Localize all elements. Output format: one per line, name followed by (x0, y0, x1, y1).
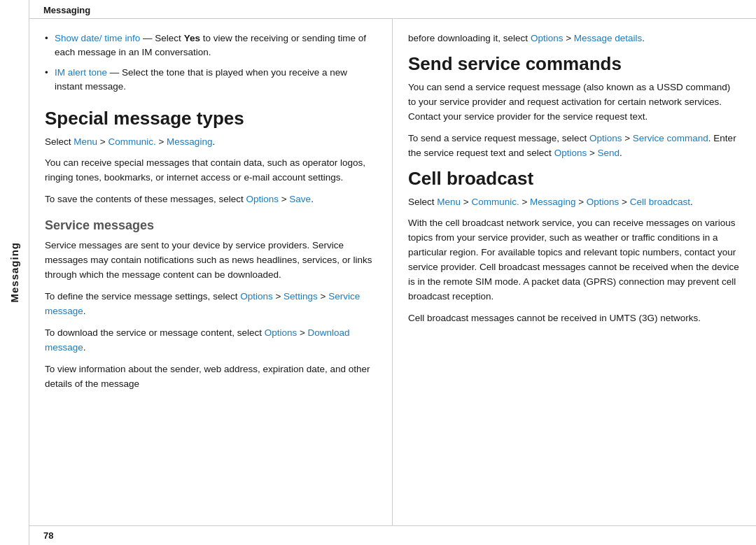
message-details-link[interactable]: Message details (574, 33, 643, 43)
cell-broadcast-nav: Select Menu > Communic. > Messaging > Op… (408, 195, 741, 209)
sidebar: Messaging (0, 0, 29, 545)
service-messages-para2: To define the service message settings, … (45, 290, 377, 319)
list-item: Show date/ time info — Select Yes to vie… (45, 31, 377, 60)
options-link1[interactable]: Options (246, 194, 279, 204)
service-messages-para4: To view information about the sender, we… (45, 362, 377, 392)
menu-link2[interactable]: Menu (437, 197, 461, 207)
options-link3[interactable]: Options (265, 327, 298, 338)
sidebar-label: Messaging (8, 242, 20, 303)
header-bar: Messaging (29, 0, 756, 19)
special-message-nav: Select Menu > Communic. > Messaging. (45, 135, 377, 149)
main-content: Messaging Show date/ time info — Select … (29, 0, 756, 545)
nav-end: . (212, 136, 215, 147)
page-container: Messaging Messaging Show date/ time info… (0, 0, 756, 545)
options-link4[interactable]: Options (531, 33, 564, 43)
communic-link2[interactable]: Communic. (471, 197, 519, 207)
header-title: Messaging (43, 5, 90, 15)
nav-sep2: > (156, 136, 167, 147)
continuation-para: before downloading it, select Options > … (408, 31, 741, 46)
save-link[interactable]: Save (289, 194, 311, 204)
nav-sep1: > (97, 136, 108, 147)
right-column: before downloading it, select Options > … (393, 19, 756, 525)
send-service-para1: You can send a service request message (… (408, 80, 741, 125)
send-service-para2: To send a service request message, selec… (408, 132, 741, 161)
messaging-link1[interactable]: Messaging (167, 136, 212, 147)
options-link7[interactable]: Options (587, 197, 620, 207)
options-link6[interactable]: Options (554, 148, 587, 158)
list-item: IM alert tone — Select the tone that is … (45, 66, 377, 94)
service-messages-heading: Service messages (45, 218, 377, 233)
page-number: 78 (43, 530, 53, 541)
menu-link1[interactable]: Menu (74, 136, 97, 147)
page-footer: 78 (29, 525, 756, 545)
cell-broadcast-heading: Cell broadcast (408, 168, 741, 190)
show-date-time-link[interactable]: Show date/ time info (55, 33, 140, 43)
settings-link[interactable]: Settings (284, 291, 318, 302)
left-column: Show date/ time info — Select Yes to vie… (29, 19, 393, 525)
service-messages-para1: Service messages are sent to your device… (45, 239, 377, 283)
cell-broadcast-para1: With the cell broadcast network service,… (408, 216, 741, 304)
send-service-commands-heading: Send service commands (408, 53, 741, 75)
send-link[interactable]: Send (598, 148, 620, 158)
cell-broadcast-para2: Cell broadcast messages cannot be receiv… (408, 311, 741, 326)
service-command-link[interactable]: Service command (633, 133, 708, 143)
service-messages-para3: To download the service or message conte… (45, 326, 377, 355)
special-message-para2: To save the contents of these messages, … (45, 192, 377, 207)
options-link5[interactable]: Options (589, 133, 622, 143)
columns: Show date/ time info — Select Yes to vie… (29, 19, 756, 525)
options-link2[interactable]: Options (240, 291, 273, 302)
download-message-link[interactable]: Download message (45, 327, 350, 353)
messaging-link2[interactable]: Messaging (530, 197, 575, 207)
cell-broadcast-link[interactable]: Cell broadcast (630, 197, 690, 207)
communic-link1[interactable]: Communic. (108, 136, 155, 147)
special-message-para1: You can receive special messages that co… (45, 156, 377, 185)
nav-prefix: Select (45, 136, 74, 147)
bullet-list: Show date/ time info — Select Yes to vie… (45, 31, 377, 94)
special-message-types-heading: Special message types (45, 108, 377, 129)
im-alert-tone-link[interactable]: IM alert tone (55, 67, 107, 78)
